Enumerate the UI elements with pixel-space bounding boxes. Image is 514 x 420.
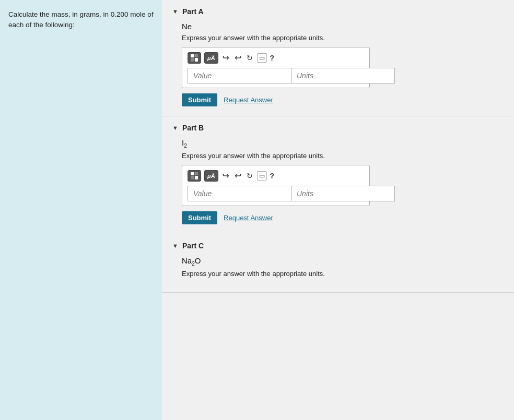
part-a-value-input[interactable]: [188, 68, 291, 83]
part-a-refresh-button[interactable]: ↻: [246, 53, 254, 63]
grid-cell-1: [191, 54, 194, 58]
part-b-input-row: [188, 186, 364, 201]
part-a-input-row: [188, 68, 364, 83]
grid-icon-b: [191, 172, 198, 179]
part-b-value-input[interactable]: [188, 186, 291, 201]
part-b-section: ▼ Part B I2 Express your answer with the…: [162, 116, 514, 234]
part-c-arrow: ▼: [172, 243, 178, 249]
part-b-request-answer-button[interactable]: Request Answer: [224, 214, 273, 222]
part-a-element: Ne: [182, 22, 499, 31]
part-a-instruction: Express your answer with the appropriate…: [182, 34, 499, 42]
grid-cell-3: [191, 58, 194, 62]
part-b-header[interactable]: ▼ Part B: [172, 124, 499, 132]
part-b-arrow: ▼: [172, 125, 178, 131]
part-c-section: ▼ Part C Na2O Express your answer with t…: [162, 234, 514, 293]
part-b-answer-box: μÅ ↩ ↩ ↻ ▭ ?: [182, 165, 370, 206]
part-a-undo-button[interactable]: ↩: [221, 52, 230, 64]
part-a-mu-button[interactable]: μÅ: [204, 52, 218, 64]
part-a-section: ▼ Part A Ne Express your answer with the…: [162, 0, 514, 116]
grid-cell-b4: [195, 176, 198, 179]
part-b-content: I2 Express your answer with the appropri…: [172, 138, 499, 224]
grid-cell-b1: [191, 172, 194, 176]
grid-cell-2: [195, 54, 198, 58]
left-panel: Calculate the mass, in grams, in 0.200 m…: [0, 0, 162, 420]
part-a-redo-button[interactable]: ↩: [233, 52, 242, 64]
part-c-element: Na2O: [182, 256, 499, 267]
grid-icon: [191, 54, 198, 62]
part-a-request-answer-button[interactable]: Request Answer: [224, 96, 273, 104]
part-b-submit-button[interactable]: Submit: [182, 211, 217, 224]
instruction-text: Calculate the mass, in grams, in 0.200 m…: [8, 9, 154, 31]
part-a-help-icon[interactable]: ?: [270, 54, 275, 62]
part-b-redo-button[interactable]: ↩: [233, 170, 242, 182]
part-b-toolbar: μÅ ↩ ↩ ↻ ▭ ?: [188, 170, 364, 182]
part-b-element: I2: [182, 138, 499, 149]
part-b-mu-button[interactable]: μÅ: [204, 170, 218, 182]
part-b-undo-button[interactable]: ↩: [221, 170, 230, 182]
part-c-title: Part C: [182, 242, 204, 250]
part-c-content: Na2O Express your answer with the approp…: [172, 256, 499, 278]
part-c-header[interactable]: ▼ Part C: [172, 242, 499, 250]
part-b-action-row: Submit Request Answer: [182, 211, 499, 224]
part-b-instruction: Express your answer with the appropriate…: [182, 152, 499, 160]
part-a-units-input[interactable]: [291, 68, 395, 83]
part-b-refresh-button[interactable]: ↻: [246, 171, 254, 181]
part-a-toolbar: μÅ ↩ ↩ ↻ ▭ ?: [188, 52, 364, 64]
part-a-image-button[interactable]: ▭: [257, 53, 267, 63]
part-a-title: Part A: [182, 7, 204, 16]
part-a-content: Ne Express your answer with the appropri…: [172, 22, 499, 106]
part-c-instruction: Express your answer with the appropriate…: [182, 270, 499, 278]
part-b-title: Part B: [182, 124, 204, 132]
part-a-submit-button[interactable]: Submit: [182, 93, 217, 106]
grid-cell-b2: [195, 172, 198, 176]
grid-cell-4: [195, 58, 198, 62]
part-a-arrow: ▼: [172, 8, 178, 15]
right-panel: ▼ Part A Ne Express your answer with the…: [162, 0, 514, 420]
part-a-grid-button[interactable]: [188, 52, 201, 64]
part-a-action-row: Submit Request Answer: [182, 93, 499, 106]
part-a-answer-box: μÅ ↩ ↩ ↻ ▭ ?: [182, 47, 370, 88]
part-b-units-input[interactable]: [291, 186, 395, 201]
grid-cell-b3: [191, 176, 194, 179]
part-b-grid-button[interactable]: [188, 170, 201, 182]
part-b-help-icon[interactable]: ?: [270, 172, 275, 180]
part-b-image-button[interactable]: ▭: [257, 171, 267, 181]
part-a-header[interactable]: ▼ Part A: [172, 7, 499, 16]
